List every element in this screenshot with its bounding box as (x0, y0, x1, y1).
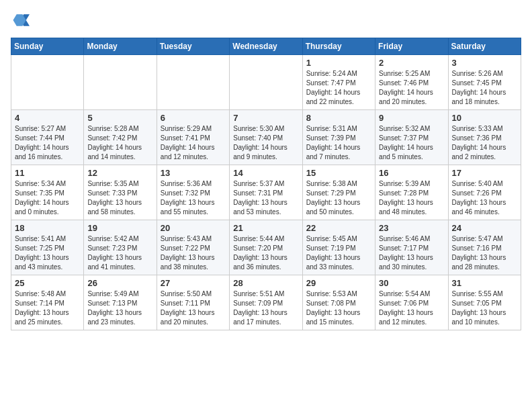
calendar-table: SundayMondayTuesdayWednesdayThursdayFrid… (11, 38, 521, 330)
day-info: Sunrise: 5:55 AM Sunset: 7:05 PM Dayligh… (452, 289, 517, 327)
day-number: 8 (306, 113, 371, 123)
day-number: 28 (233, 278, 298, 288)
day-number: 6 (161, 113, 226, 123)
calendar-cell: 5Sunrise: 5:28 AM Sunset: 7:42 PM Daylig… (84, 110, 157, 165)
day-number: 17 (452, 168, 517, 178)
logo (11, 11, 32, 30)
day-info: Sunrise: 5:29 AM Sunset: 7:41 PM Dayligh… (161, 124, 226, 162)
calendar-cell: 11Sunrise: 5:34 AM Sunset: 7:35 PM Dayli… (11, 165, 84, 220)
weekday-header-thursday: Thursday (302, 38, 375, 55)
weekday-header-saturday: Saturday (448, 38, 521, 55)
day-info: Sunrise: 5:54 AM Sunset: 7:06 PM Dayligh… (379, 289, 444, 327)
day-number: 15 (306, 168, 371, 178)
day-info: Sunrise: 5:42 AM Sunset: 7:23 PM Dayligh… (87, 234, 152, 272)
day-info: Sunrise: 5:45 AM Sunset: 7:19 PM Dayligh… (306, 234, 371, 272)
day-number: 16 (379, 168, 444, 178)
calendar-cell: 29Sunrise: 5:53 AM Sunset: 7:08 PM Dayli… (302, 275, 375, 330)
calendar-cell: 16Sunrise: 5:39 AM Sunset: 7:28 PM Dayli… (375, 165, 448, 220)
day-number: 25 (15, 278, 80, 288)
day-info: Sunrise: 5:43 AM Sunset: 7:22 PM Dayligh… (161, 234, 226, 272)
day-number: 27 (161, 278, 226, 288)
calendar-cell: 26Sunrise: 5:49 AM Sunset: 7:13 PM Dayli… (84, 275, 157, 330)
day-info: Sunrise: 5:39 AM Sunset: 7:28 PM Dayligh… (379, 179, 444, 217)
page-header (11, 11, 521, 30)
day-number: 4 (15, 113, 80, 123)
calendar-week-3: 11Sunrise: 5:34 AM Sunset: 7:35 PM Dayli… (11, 165, 521, 220)
calendar-cell (84, 55, 157, 110)
day-info: Sunrise: 5:24 AM Sunset: 7:47 PM Dayligh… (306, 69, 371, 107)
calendar-cell: 3Sunrise: 5:26 AM Sunset: 7:45 PM Daylig… (448, 55, 521, 110)
day-number: 26 (87, 278, 152, 288)
day-number: 5 (87, 113, 152, 123)
calendar-cell (11, 55, 84, 110)
day-number: 13 (161, 168, 226, 178)
day-info: Sunrise: 5:35 AM Sunset: 7:33 PM Dayligh… (87, 179, 152, 217)
day-info: Sunrise: 5:40 AM Sunset: 7:26 PM Dayligh… (452, 179, 517, 217)
calendar-cell: 19Sunrise: 5:42 AM Sunset: 7:23 PM Dayli… (84, 220, 157, 275)
day-number: 10 (452, 113, 517, 123)
calendar-cell (157, 55, 229, 110)
calendar-cell: 30Sunrise: 5:54 AM Sunset: 7:06 PM Dayli… (375, 275, 448, 330)
day-info: Sunrise: 5:26 AM Sunset: 7:45 PM Dayligh… (452, 69, 517, 107)
day-info: Sunrise: 5:47 AM Sunset: 7:16 PM Dayligh… (452, 234, 517, 272)
day-number: 7 (233, 113, 298, 123)
weekday-header-friday: Friday (375, 38, 448, 55)
calendar-cell: 8Sunrise: 5:31 AM Sunset: 7:39 PM Daylig… (302, 110, 375, 165)
day-info: Sunrise: 5:31 AM Sunset: 7:39 PM Dayligh… (306, 124, 371, 162)
day-number: 18 (15, 223, 80, 233)
day-number: 9 (379, 113, 444, 123)
day-info: Sunrise: 5:53 AM Sunset: 7:08 PM Dayligh… (306, 289, 371, 327)
calendar-cell: 22Sunrise: 5:45 AM Sunset: 7:19 PM Dayli… (302, 220, 375, 275)
calendar-cell: 2Sunrise: 5:25 AM Sunset: 7:46 PM Daylig… (375, 55, 448, 110)
day-number: 24 (452, 223, 517, 233)
calendar-cell: 21Sunrise: 5:44 AM Sunset: 7:20 PM Dayli… (230, 220, 302, 275)
calendar-cell: 18Sunrise: 5:41 AM Sunset: 7:25 PM Dayli… (11, 220, 84, 275)
weekday-header-monday: Monday (84, 38, 157, 55)
day-info: Sunrise: 5:41 AM Sunset: 7:25 PM Dayligh… (15, 234, 80, 272)
day-number: 2 (379, 58, 444, 68)
calendar-cell: 28Sunrise: 5:51 AM Sunset: 7:09 PM Dayli… (230, 275, 302, 330)
weekday-header-wednesday: Wednesday (230, 38, 302, 55)
calendar-cell: 9Sunrise: 5:32 AM Sunset: 7:37 PM Daylig… (375, 110, 448, 165)
calendar-cell: 31Sunrise: 5:55 AM Sunset: 7:05 PM Dayli… (448, 275, 521, 330)
calendar-cell: 1Sunrise: 5:24 AM Sunset: 7:47 PM Daylig… (302, 55, 375, 110)
day-info: Sunrise: 5:33 AM Sunset: 7:36 PM Dayligh… (452, 124, 517, 162)
day-number: 14 (233, 168, 298, 178)
day-number: 3 (452, 58, 517, 68)
day-number: 12 (87, 168, 152, 178)
calendar-cell: 6Sunrise: 5:29 AM Sunset: 7:41 PM Daylig… (157, 110, 229, 165)
calendar-cell: 23Sunrise: 5:46 AM Sunset: 7:17 PM Dayli… (375, 220, 448, 275)
calendar-cell: 15Sunrise: 5:38 AM Sunset: 7:29 PM Dayli… (302, 165, 375, 220)
day-number: 22 (306, 223, 371, 233)
day-info: Sunrise: 5:28 AM Sunset: 7:42 PM Dayligh… (87, 124, 152, 162)
calendar-cell (230, 55, 302, 110)
day-number: 30 (379, 278, 444, 288)
calendar-cell: 20Sunrise: 5:43 AM Sunset: 7:22 PM Dayli… (157, 220, 229, 275)
day-info: Sunrise: 5:36 AM Sunset: 7:32 PM Dayligh… (161, 179, 226, 217)
day-number: 11 (15, 168, 80, 178)
day-info: Sunrise: 5:44 AM Sunset: 7:20 PM Dayligh… (233, 234, 298, 272)
day-info: Sunrise: 5:30 AM Sunset: 7:40 PM Dayligh… (233, 124, 298, 162)
calendar-cell: 7Sunrise: 5:30 AM Sunset: 7:40 PM Daylig… (230, 110, 302, 165)
day-number: 20 (161, 223, 226, 233)
day-info: Sunrise: 5:51 AM Sunset: 7:09 PM Dayligh… (233, 289, 298, 327)
day-info: Sunrise: 5:50 AM Sunset: 7:11 PM Dayligh… (161, 289, 226, 327)
calendar-week-2: 4Sunrise: 5:27 AM Sunset: 7:44 PM Daylig… (11, 110, 521, 165)
day-number: 29 (306, 278, 371, 288)
day-info: Sunrise: 5:37 AM Sunset: 7:31 PM Dayligh… (233, 179, 298, 217)
day-number: 1 (306, 58, 371, 68)
calendar-cell: 14Sunrise: 5:37 AM Sunset: 7:31 PM Dayli… (230, 165, 302, 220)
day-info: Sunrise: 5:46 AM Sunset: 7:17 PM Dayligh… (379, 234, 444, 272)
day-info: Sunrise: 5:48 AM Sunset: 7:14 PM Dayligh… (15, 289, 80, 327)
day-info: Sunrise: 5:34 AM Sunset: 7:35 PM Dayligh… (15, 179, 80, 217)
day-number: 19 (87, 223, 152, 233)
day-info: Sunrise: 5:49 AM Sunset: 7:13 PM Dayligh… (87, 289, 152, 327)
logo-icon (11, 11, 30, 30)
calendar-week-1: 1Sunrise: 5:24 AM Sunset: 7:47 PM Daylig… (11, 55, 521, 110)
day-number: 23 (379, 223, 444, 233)
weekday-header-sunday: Sunday (11, 38, 84, 55)
calendar-week-4: 18Sunrise: 5:41 AM Sunset: 7:25 PM Dayli… (11, 220, 521, 275)
calendar-cell: 4Sunrise: 5:27 AM Sunset: 7:44 PM Daylig… (11, 110, 84, 165)
day-info: Sunrise: 5:32 AM Sunset: 7:37 PM Dayligh… (379, 124, 444, 162)
day-info: Sunrise: 5:25 AM Sunset: 7:46 PM Dayligh… (379, 69, 444, 107)
